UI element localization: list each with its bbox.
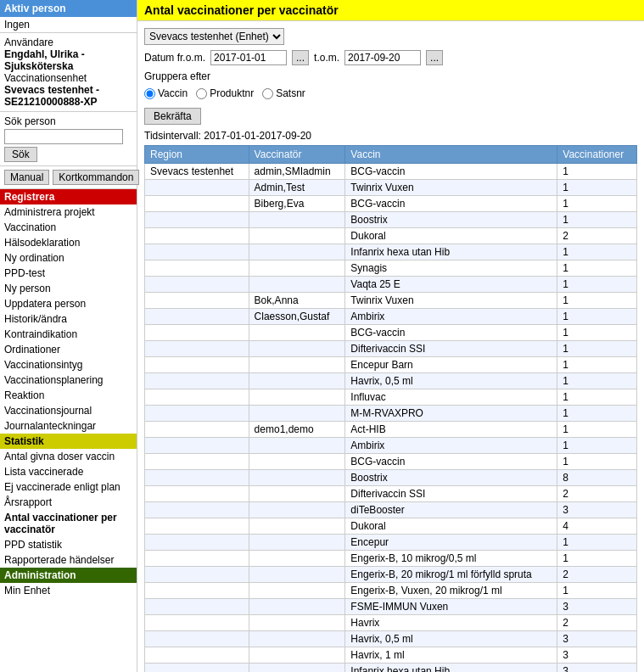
table-cell-15-1 bbox=[249, 406, 345, 422]
table-cell-5-3: 1 bbox=[557, 244, 637, 260]
table-cell-28-2: Havrix bbox=[345, 615, 557, 631]
table-cell-6-0 bbox=[145, 260, 249, 277]
sidebar-item-vaccination[interactable]: Vaccination bbox=[0, 220, 137, 235]
sidebar-item-vaccinationsintyg[interactable]: Vaccinationsintyg bbox=[0, 357, 137, 372]
sidebar-item-ordinationer[interactable]: Ordinationer bbox=[0, 342, 137, 357]
table-cell-11-0 bbox=[145, 341, 249, 357]
admin-header: Administration bbox=[0, 568, 137, 583]
sidebar-item-historikndra[interactable]: Historik/ändra bbox=[0, 311, 137, 327]
radio-produktnr-label[interactable]: Produktnr bbox=[196, 87, 254, 99]
table-row: diTeBooster3 bbox=[145, 502, 637, 518]
table-row: Havrix, 0,5 ml1 bbox=[145, 373, 637, 389]
radio-vaccin-label[interactable]: Vaccin bbox=[144, 87, 188, 99]
table-row: Bok,AnnaTwinrix Vuxen1 bbox=[145, 293, 637, 309]
sidebar-item-uppdatera-person[interactable]: Uppdatera person bbox=[0, 296, 137, 311]
table-cell-11-1 bbox=[249, 341, 345, 357]
statistik-item-6[interactable]: Rapporterade händelser bbox=[0, 552, 137, 568]
registrera-menu: Administrera projektVaccinationHälsodekl… bbox=[0, 204, 137, 434]
statistik-item-2[interactable]: Ej vaccinerade enligt plan bbox=[0, 479, 137, 495]
date-from-picker[interactable]: ... bbox=[292, 50, 309, 65]
table-row: Claesson,GustafAmbirix1 bbox=[145, 309, 637, 325]
table-cell-21-2: diTeBooster bbox=[345, 502, 557, 518]
unit-code: SE21210000888-XP bbox=[4, 96, 132, 108]
table-cell-25-1 bbox=[249, 567, 345, 583]
sidebar-item-reaktion[interactable]: Reaktion bbox=[0, 388, 137, 403]
radio-satsnr[interactable] bbox=[262, 88, 273, 99]
table-row: Biberg,EvaBCG-vaccin1 bbox=[145, 196, 637, 212]
kortkommandon-button[interactable]: Kortkommandon bbox=[53, 170, 139, 185]
table-cell-18-1 bbox=[249, 454, 345, 470]
vaccinationsenhet-label: Vaccinationsenhet bbox=[4, 72, 132, 84]
table-cell-17-0 bbox=[145, 438, 249, 454]
table-cell-10-3: 1 bbox=[557, 325, 637, 341]
statistik-item-0[interactable]: Antal givna doser vaccin bbox=[0, 449, 137, 464]
table-cell-18-0 bbox=[145, 454, 249, 470]
col-header-vaccinatör: Vaccinatör bbox=[249, 146, 345, 164]
unit-row: Svevacs testenhet (Enhet) bbox=[144, 28, 637, 45]
table-cell-3-0 bbox=[145, 212, 249, 228]
sidebar-item-ppd-test[interactable]: PPD-test bbox=[0, 266, 137, 281]
table-cell-21-0 bbox=[145, 502, 249, 518]
table-row: Boostrix8 bbox=[145, 470, 637, 486]
user-role: Sjuksköterska bbox=[4, 60, 132, 72]
radio-satsnr-label[interactable]: Satsnr bbox=[262, 87, 305, 99]
table-row: Synagis1 bbox=[145, 260, 637, 277]
admin-item-min-enhet[interactable]: Min Enhet bbox=[0, 583, 137, 598]
table-cell-18-2: BCG-vaccin bbox=[345, 454, 557, 470]
table-row: Ambirix1 bbox=[145, 438, 637, 454]
statistik-header: Statistik bbox=[0, 434, 137, 449]
table-cell-9-3: 1 bbox=[557, 309, 637, 325]
table-row: Infanrix hexa utan Hib3 bbox=[145, 664, 637, 673]
table-cell-31-0 bbox=[145, 664, 249, 673]
quick-btns: Manual Kortkommandon bbox=[0, 166, 137, 189]
table-cell-27-0 bbox=[145, 599, 249, 615]
table-row: FSME-IMMUN Vuxen3 bbox=[145, 599, 637, 615]
date-to-input[interactable] bbox=[344, 50, 421, 65]
sidebar-item-administrera-projekt[interactable]: Administrera projekt bbox=[0, 204, 137, 220]
table-cell-23-3: 1 bbox=[557, 535, 637, 551]
search-button[interactable]: Sök bbox=[4, 147, 37, 162]
table-cell-17-2: Ambirix bbox=[345, 438, 557, 454]
unit-select[interactable]: Svevacs testenhet (Enhet) bbox=[144, 28, 284, 45]
table-cell-22-0 bbox=[145, 518, 249, 535]
table-cell-29-2: Havrix, 0,5 ml bbox=[345, 631, 557, 647]
sidebar-item-kontraindikation[interactable]: Kontraindikation bbox=[0, 327, 137, 342]
table-cell-28-1 bbox=[249, 615, 345, 631]
bekrafta-button[interactable]: Bekräfta bbox=[144, 108, 201, 125]
sidebar-item-ny-person[interactable]: Ny person bbox=[0, 281, 137, 296]
statistik-item-5[interactable]: PPD statistik bbox=[0, 537, 137, 552]
date-to-picker[interactable]: ... bbox=[426, 50, 443, 65]
date-from-input[interactable] bbox=[210, 50, 287, 65]
radio-vaccin[interactable] bbox=[144, 88, 155, 99]
radio-produktnr[interactable] bbox=[196, 88, 207, 99]
sidebar-item-ny-ordination[interactable]: Ny ordination bbox=[0, 250, 137, 266]
search-input[interactable] bbox=[4, 129, 123, 144]
table-row: Boostrix1 bbox=[145, 212, 637, 228]
table-cell-25-2: Engerix-B, 20 mikrog/1 ml förfylld sprut… bbox=[345, 567, 557, 583]
table-header: RegionVaccinatörVaccinVaccinationer bbox=[145, 146, 637, 164]
table-cell-1-2: Twinrix Vuxen bbox=[345, 180, 557, 196]
table-row: Influvac1 bbox=[145, 389, 637, 406]
table-cell-2-3: 1 bbox=[557, 196, 637, 212]
admin-menu: Min Enhet bbox=[0, 583, 137, 598]
sidebar-item-vaccinationsjournal[interactable]: Vaccinationsjournal bbox=[0, 403, 137, 418]
sidebar-item-hlsodeklaration[interactable]: Hälsodeklaration bbox=[0, 235, 137, 250]
table-cell-7-2: Vaqta 25 E bbox=[345, 277, 557, 293]
table-cell-25-0 bbox=[145, 567, 249, 583]
table-row: Infanrix hexa utan Hib1 bbox=[145, 244, 637, 260]
table-row: Engerix-B, 10 mikrog/0,5 ml1 bbox=[145, 551, 637, 567]
table-cell-6-3: 1 bbox=[557, 260, 637, 277]
sidebar-item-vaccinationsplanering[interactable]: Vaccinationsplanering bbox=[0, 372, 137, 388]
table-cell-8-1: Bok,Anna bbox=[249, 293, 345, 309]
table-cell-31-2: Infanrix hexa utan Hib bbox=[345, 664, 557, 673]
statistik-item-3[interactable]: Årsrapport bbox=[0, 495, 137, 510]
table-cell-13-3: 1 bbox=[557, 373, 637, 389]
table-row: Engerix-B, Vuxen, 20 mikrog/1 ml1 bbox=[145, 583, 637, 599]
sidebar-item-journalanteckningar[interactable]: Journalanteckningar bbox=[0, 418, 137, 434]
table-cell-15-0 bbox=[145, 406, 249, 422]
manual-button[interactable]: Manual bbox=[4, 170, 49, 185]
statistik-item-1[interactable]: Lista vaccinerade bbox=[0, 464, 137, 479]
table-cell-1-3: 1 bbox=[557, 180, 637, 196]
statistik-item-4[interactable]: Antal vaccinationer per vaccinatör bbox=[0, 510, 137, 537]
table-cell-26-1 bbox=[249, 583, 345, 599]
